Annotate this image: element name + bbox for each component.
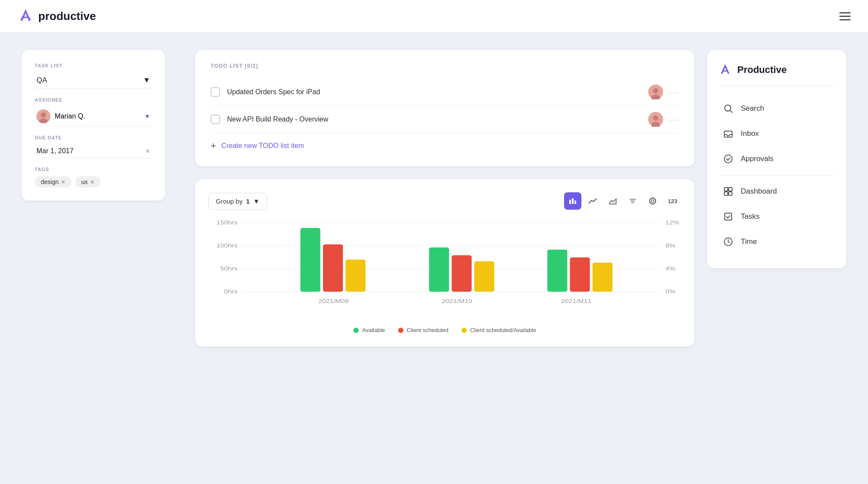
task-list-arrow-icon: ▼	[143, 76, 150, 85]
due-date-label: DUE DATE	[35, 135, 152, 140]
task-list-value: QA	[36, 76, 47, 85]
chart-legend: Available Client scheduled Client schedu…	[208, 327, 681, 333]
tag-design[interactable]: design ✕	[35, 176, 72, 188]
svg-text:2021/M10: 2021/M10	[442, 298, 472, 304]
task-list-dropdown[interactable]: QA ▼	[35, 72, 152, 89]
clear-date-icon[interactable]: ✕	[145, 148, 150, 155]
svg-rect-49	[725, 213, 732, 220]
approvals-icon	[723, 153, 734, 165]
sidebar-inbox-label: Inbox	[741, 129, 759, 138]
svg-rect-38	[570, 257, 590, 292]
svg-rect-45	[724, 188, 728, 191]
svg-rect-33	[429, 247, 449, 292]
assignee-field: Marian Q.	[36, 109, 85, 123]
legend-available-dot	[353, 328, 359, 333]
svg-point-1	[41, 112, 46, 118]
svg-text:100hrs: 100hrs	[217, 242, 238, 248]
todo-item-2: New API Build Ready - Overview ···	[211, 106, 679, 133]
group-by-chevron-icon: ▼	[253, 198, 260, 205]
number-view-button[interactable]: 123	[664, 192, 681, 210]
svg-text:50hrs: 50hrs	[220, 265, 237, 271]
tags-row: design ✕ ux ✕	[35, 176, 152, 188]
create-todo-label: Create new TODO list item	[221, 142, 304, 150]
todo-item-2-right: ···	[648, 112, 679, 127]
sidebar-logo-icon	[718, 63, 732, 77]
chart-header: Group by 1 ▼	[208, 192, 681, 210]
legend-client-scheduled: Client scheduled	[398, 327, 449, 333]
todo-menu-1[interactable]: ···	[669, 87, 679, 97]
search-icon	[723, 103, 734, 114]
tag-design-remove-icon[interactable]: ✕	[61, 179, 66, 185]
svg-line-42	[730, 110, 732, 112]
todo-checkbox-1[interactable]	[211, 87, 220, 97]
chart-area: 150hrs 100hrs 50hrs 0hrs 12% 8% 4% 0% 20…	[208, 218, 681, 318]
logo-area: productive	[17, 8, 96, 24]
filter-chart-button[interactable]	[624, 192, 641, 210]
sidebar-item-time[interactable]: Time	[718, 230, 835, 254]
sidebar-approvals-label: Approvals	[741, 155, 774, 163]
number-view-label: 123	[668, 198, 677, 204]
svg-point-4	[653, 88, 658, 93]
todo-avatar-1	[648, 85, 663, 99]
sidebar-logo-text: Productive	[737, 64, 787, 76]
tasks-icon	[723, 211, 734, 222]
tag-ux-remove-icon[interactable]: ✕	[90, 179, 95, 185]
todo-title: TODO LIST [0/2]	[211, 63, 679, 69]
todo-text-1: Updated Orders Spec for iPad	[227, 88, 320, 96]
tag-ux[interactable]: ux ✕	[75, 176, 101, 188]
hamburger-menu[interactable]	[839, 12, 851, 20]
todo-avatar-2	[648, 112, 663, 127]
bar-chart-icon	[569, 197, 577, 205]
left-section: TASK LIST QA ▼ ASSIGNEE Marian Q.	[22, 50, 182, 346]
group-by-button[interactable]: Group by 1 ▼	[208, 193, 267, 210]
center-section: TODO LIST [0/2] Updated Orders Spec for …	[195, 50, 694, 346]
todo-item-1-right: ···	[648, 85, 679, 99]
right-sidebar: Productive Search Inbo	[707, 50, 846, 346]
sidebar-tasks-label: Tasks	[741, 212, 759, 221]
sidebar-search-label: Search	[741, 104, 764, 113]
logo-icon	[17, 8, 34, 24]
legend-client-scheduled-available-label: Client scheduled/Available	[470, 327, 536, 333]
svg-point-16	[651, 200, 654, 202]
sidebar-item-approvals[interactable]: Approvals	[718, 147, 835, 171]
due-date-row: Mar 1, 2017 ✕	[35, 145, 152, 158]
svg-rect-11	[574, 201, 576, 204]
line-chart-icon	[589, 197, 597, 205]
task-list-label: TASK LIST	[35, 63, 152, 68]
donut-chart-button[interactable]	[644, 192, 661, 210]
todo-item-2-left: New API Build Ready - Overview	[211, 115, 328, 124]
todo-checkbox-2[interactable]	[211, 115, 220, 124]
plus-icon: +	[211, 140, 216, 151]
svg-rect-48	[729, 192, 732, 195]
legend-client-scheduled-dot	[398, 328, 403, 333]
inbox-icon	[723, 128, 734, 139]
svg-rect-34	[452, 255, 472, 292]
todo-menu-2[interactable]: ···	[669, 115, 679, 125]
assignee-dropdown[interactable]: Marian Q. ▼	[35, 107, 152, 126]
bar-chart-button[interactable]	[564, 192, 581, 210]
svg-text:0hrs: 0hrs	[224, 288, 238, 294]
sidebar-item-dashboard[interactable]: Dashboard	[718, 180, 835, 203]
dashboard-icon	[723, 186, 734, 197]
svg-rect-35	[474, 261, 494, 292]
line-chart-button[interactable]	[584, 192, 601, 210]
svg-text:0%: 0%	[666, 288, 676, 294]
create-new-todo[interactable]: + Create new TODO list item	[211, 133, 679, 153]
svg-point-7	[653, 115, 658, 121]
assignee-arrow-icon: ▼	[144, 113, 150, 120]
sidebar-item-search[interactable]: Search	[718, 97, 835, 120]
nav-divider	[718, 175, 835, 175]
svg-text:2021/M11: 2021/M11	[561, 298, 591, 304]
sidebar-item-inbox[interactable]: Inbox	[718, 122, 835, 145]
sidebar-item-tasks[interactable]: Tasks	[718, 205, 835, 228]
main-content: TASK LIST QA ▼ ASSIGNEE Marian Q.	[0, 33, 868, 364]
todo-card: TODO LIST [0/2] Updated Orders Spec for …	[195, 50, 694, 166]
svg-rect-39	[593, 263, 613, 292]
tag-design-label: design	[41, 178, 59, 185]
time-icon	[723, 236, 734, 247]
todo-text-2: New API Build Ready - Overview	[227, 115, 328, 123]
assignee-label: ASSIGNEE	[35, 97, 152, 102]
area-chart-button[interactable]	[604, 192, 621, 210]
svg-rect-31	[346, 260, 366, 292]
svg-text:2021/M09: 2021/M09	[318, 298, 349, 304]
